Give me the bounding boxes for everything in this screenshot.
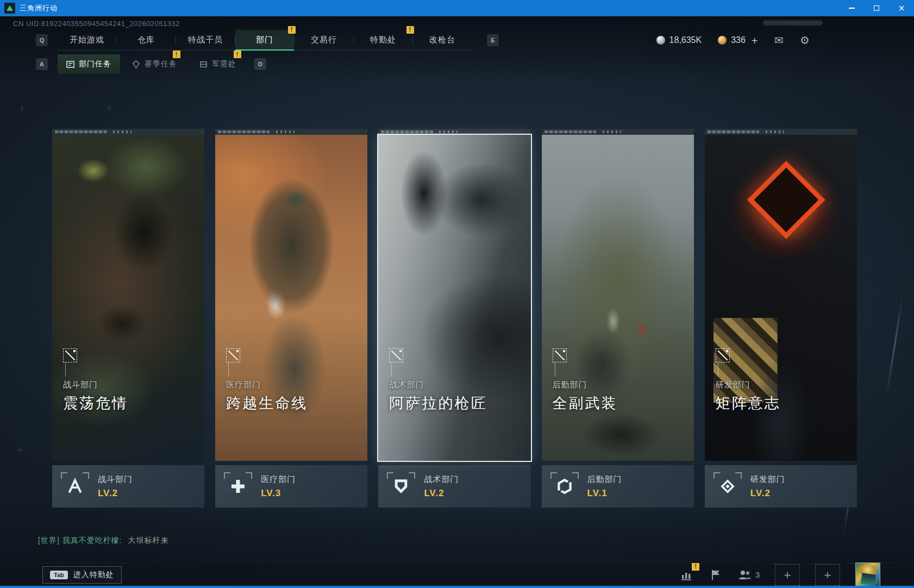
tab-special-service[interactable]: 特勤处 ! [354, 30, 412, 51]
expand-icon[interactable] [553, 348, 567, 362]
tab-start-game[interactable]: 开始游戏 [58, 30, 116, 51]
level-panel-department: 后勤部门 [587, 474, 622, 485]
card-rnd-department[interactable]: 研发部门 矩阵意志 研发部门 LV.2 [705, 129, 857, 508]
key-hint-tab: Tab [50, 571, 68, 579]
medical-level-panel[interactable]: 医疗部门 LV.3 [215, 465, 367, 508]
card-mission-title: 全副武装 [553, 393, 618, 413]
connector-line [65, 362, 66, 377]
stats-button[interactable]: ! [679, 568, 693, 582]
logistics-card-image: 后勤部门 全副武装 [542, 135, 694, 461]
chat-channel: [世界] [38, 536, 60, 545]
bottom-bar: Tab 进入特勤处 ! 3 + + [0, 563, 914, 586]
card-medical-department[interactable]: 医疗部门 跨越生命线 医疗部门 LV.3 [215, 129, 367, 508]
medical-card-image: 医疗部门 跨越生命线 [215, 135, 367, 461]
key-hint-q: Q [36, 34, 48, 46]
silver-coin-icon [656, 36, 665, 45]
crosshair-decoration: + [16, 445, 23, 455]
department-cards: 战斗部门 震荡危情 战斗部门 LV.2 医疗部门 跨越生命线 [52, 129, 857, 508]
subtab-season-tasks[interactable]: 赛季任务 ! [123, 54, 186, 74]
empty-team-slot[interactable]: + [775, 564, 800, 586]
bar-chart-icon [680, 568, 693, 581]
watermark [763, 20, 823, 26]
tab-gunsmith[interactable]: 改枪台 [413, 30, 472, 51]
tab-market[interactable]: 交易行 [295, 30, 353, 51]
card-logistics-department[interactable]: 后勤部门 全副武装 后勤部门 LV.1 [542, 129, 694, 508]
maximize-button[interactable] [864, 0, 889, 16]
team-count: 3 [755, 571, 760, 579]
silver-currency[interactable]: 18,635K [656, 35, 702, 45]
level-value: LV.2 [98, 488, 133, 499]
tab-departments[interactable]: 部门 ! [235, 30, 294, 51]
card-department-label: 战术部门 [389, 380, 487, 390]
expand-icon[interactable] [389, 348, 403, 362]
expand-icon[interactable] [226, 348, 240, 362]
card-department-label: 研发部门 [716, 380, 781, 390]
card-mission-title: 矩阵意志 [716, 393, 781, 413]
combat-card-image: 战斗部门 震荡危情 [52, 135, 204, 461]
level-panel-department: 研发部门 [750, 474, 785, 485]
rnd-department-icon [713, 472, 742, 501]
maximize-icon [874, 5, 879, 11]
report-button[interactable] [709, 568, 723, 582]
connector-line [718, 362, 718, 377]
card-department-label: 后勤部门 [553, 380, 618, 390]
level-value: LV.2 [750, 488, 785, 499]
team-button[interactable]: 3 [738, 568, 760, 581]
mail-button[interactable]: ✉ [774, 34, 784, 47]
tactical-level-panel[interactable]: 战术部门 LV.2 [378, 465, 530, 508]
window-title: 三角洲行动 [20, 3, 58, 13]
season-icon [132, 60, 140, 68]
alert-badge: ! [406, 26, 414, 34]
card-header-decoration [378, 129, 530, 135]
expand-icon[interactable] [716, 348, 730, 362]
minimize-icon [849, 8, 855, 9]
level-panel-department: 医疗部门 [261, 474, 296, 485]
rnd-level-panel[interactable]: 研发部门 LV.2 [705, 465, 857, 508]
taskbar-edge [0, 586, 914, 588]
logistics-level-panel[interactable]: 后勤部门 LV.1 [542, 465, 694, 508]
add-currency-button[interactable]: + [751, 35, 758, 46]
connector-line [228, 362, 229, 377]
card-header-decoration [542, 129, 694, 135]
card-department-label: 战斗部门 [63, 380, 128, 390]
combat-level-panel[interactable]: 战斗部门 LV.2 [52, 465, 204, 508]
minimize-button[interactable] [839, 0, 864, 16]
crosshair-decoration: + [105, 103, 112, 113]
level-value: LV.3 [261, 488, 296, 499]
subtab-quartermaster[interactable]: 军需处 ! [189, 54, 247, 74]
subtab-department-tasks[interactable]: 部门任务 [58, 54, 120, 74]
alert-badge: ! [234, 51, 241, 58]
close-button[interactable]: × [889, 0, 914, 16]
window-titlebar: 三角洲行动 × [0, 0, 914, 16]
sub-nav: A 部门任务 赛季任务 ! 军需处 ! D [36, 54, 266, 74]
card-tactical-department[interactable]: 战术部门 阿萨拉的枪匠 战术部门 LV.2 [378, 129, 530, 508]
tab-operators[interactable]: 特战干员 [176, 30, 235, 51]
enter-special-service-button[interactable]: Tab 进入特勤处 [42, 566, 122, 584]
level-panel-department: 战术部门 [424, 474, 459, 485]
level-value: LV.1 [587, 488, 622, 499]
crate-icon [199, 60, 208, 68]
player-avatar[interactable] [855, 562, 880, 587]
empty-team-slot[interactable]: + [815, 564, 840, 586]
app-logo-icon [4, 3, 15, 14]
settings-gear-button[interactable]: ⚙ [800, 34, 810, 47]
gold-currency[interactable]: 336 + [718, 35, 758, 46]
card-overlay: 战斗部门 震荡危情 [63, 348, 128, 413]
connector-line [391, 362, 392, 377]
logistics-department-icon [550, 472, 579, 501]
medical-department-icon [224, 472, 252, 501]
card-header-decoration [215, 129, 367, 135]
alert-badge: ! [173, 51, 180, 58]
card-combat-department[interactable]: 战斗部门 震荡危情 战斗部门 LV.2 [52, 129, 204, 508]
crosshair-decoration: + [18, 103, 26, 114]
card-mission-title: 阿萨拉的枪匠 [389, 393, 487, 413]
card-header-decoration [705, 129, 857, 135]
key-hint-a: A [36, 58, 48, 70]
connector-line [555, 362, 555, 377]
tab-warehouse[interactable]: 仓库 [117, 30, 176, 51]
alert-badge: ! [288, 26, 296, 34]
card-header-decoration [52, 129, 204, 135]
gold-coin-icon [718, 36, 727, 45]
expand-icon[interactable] [63, 348, 77, 362]
top-right-bar: 18,635K 336 + ✉ ⚙ [656, 30, 810, 51]
